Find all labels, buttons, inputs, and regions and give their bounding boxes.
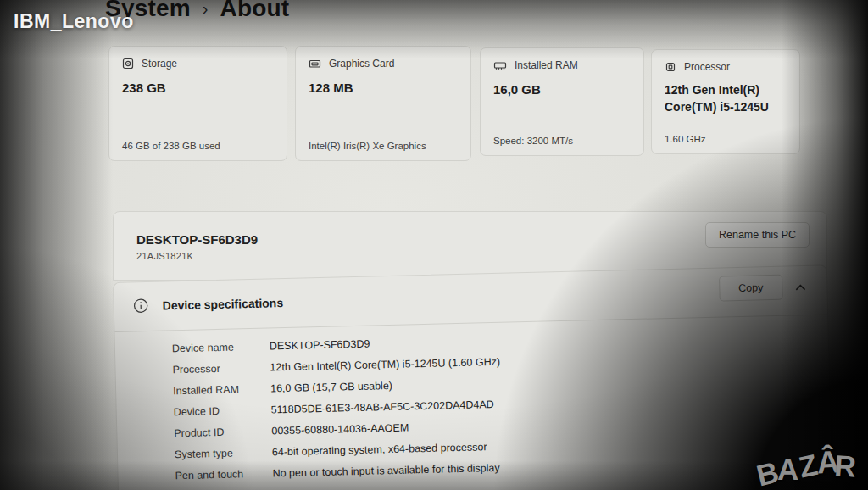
card-value: 12th Gen Intel(R) Core(TM) i5-1245U: [665, 82, 787, 115]
specs-table: Device name DESKTOP-SF6D3D9 Processor 12…: [172, 327, 815, 490]
cpu-icon: [665, 61, 676, 73]
ibm-lenovo-watermark: IBM_Lenovo: [14, 10, 134, 33]
ram-icon: [493, 60, 507, 71]
card-detail: 1.60 GHz: [665, 134, 791, 144]
installed-ram-card[interactable]: Installed RAM 16,0 GB Speed: 3200 MT/s: [480, 47, 644, 156]
device-specifications-panel: Device specifications Copy Device name D…: [113, 264, 833, 490]
storage-icon: [122, 58, 134, 70]
section-title: Device specifications: [162, 296, 283, 312]
page-title: About: [220, 0, 290, 22]
card-title: Installed RAM: [515, 59, 578, 71]
copy-button[interactable]: Copy: [719, 275, 783, 302]
card-title: Processor: [684, 61, 730, 73]
rename-pc-button[interactable]: Rename this PC: [705, 222, 810, 248]
card-value: 238 GB: [122, 79, 274, 97]
card-title: Graphics Card: [329, 58, 394, 70]
chevron-right-icon: ›: [203, 0, 209, 19]
card-value: 16,0 GB: [493, 81, 631, 98]
device-model: 21AJS1821K: [136, 251, 193, 261]
graphics-card-card[interactable]: Graphics Card 128 MB Intel(R) Iris(R) Xe…: [295, 46, 471, 161]
settings-about-page: System › About Storage 238 GB 46 GB of 2…: [0, 0, 868, 490]
device-name: DESKTOP-SF6D3D9: [136, 232, 258, 247]
card-detail: Intel(R) Iris(R) Xe Graphics: [309, 141, 462, 151]
processor-card[interactable]: Processor 12th Gen Intel(R) Core(TM) i5-…: [651, 49, 800, 154]
gpu-icon: [309, 58, 321, 70]
chevron-up-icon[interactable]: [793, 280, 808, 295]
card-value: 128 MB: [309, 79, 458, 97]
card-detail: Speed: 3200 MT/s: [493, 136, 635, 146]
info-icon: [132, 298, 148, 314]
storage-card[interactable]: Storage 238 GB 46 GB of 238 GB used: [108, 46, 287, 161]
card-title: Storage: [142, 58, 177, 70]
card-detail: 46 GB of 238 GB used: [122, 141, 278, 151]
